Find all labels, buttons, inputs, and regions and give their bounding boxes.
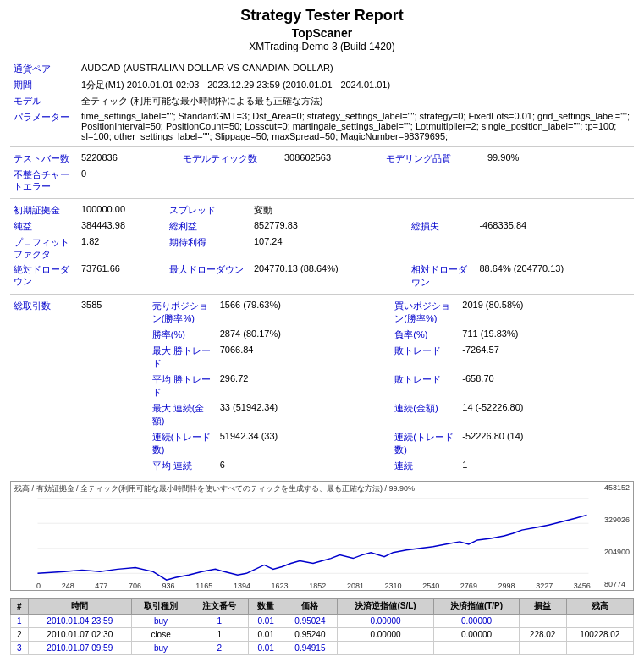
- spread-label: スプレッド: [166, 202, 250, 218]
- x-label-10: 2310: [385, 582, 402, 590]
- win-rate-value: 2874 (80.17%): [217, 327, 392, 343]
- deposit-value: 100000.00: [78, 202, 166, 218]
- divider-3: [10, 294, 634, 295]
- header-row: # 時間 取引種別 注文番号 数量 価格 決済逆指値(S/L) 決済指値(T/P…: [11, 599, 634, 615]
- td-qty-3: 0.01: [249, 642, 283, 655]
- max-cw-value: 33 (51942.34): [217, 400, 392, 429]
- max-cl-label: 連続(金額): [391, 400, 459, 429]
- x-label-3: 706: [129, 582, 141, 590]
- td-profit-1: [519, 615, 566, 628]
- x-label-5: 1165: [195, 582, 212, 590]
- mismatch-row: 不整合チャートエラー 0: [10, 167, 634, 195]
- sell-value: 1566 (79.63%): [217, 298, 392, 327]
- max-cw-label: 最大 連続(金額): [149, 400, 217, 429]
- trades-table: 総取引数 3585 売りポジション(勝率%) 1566 (79.63%) 買いポ…: [10, 298, 634, 474]
- th-sl: 決済逆指値(S/L): [337, 599, 434, 615]
- td-num-2: 2: [11, 628, 29, 642]
- equity-chart: 残高 / 有効証拠金 / 全ティック(利用可能な最小時間枠を使いすべてのティック…: [10, 481, 634, 591]
- x-label-0: 0: [36, 582, 41, 590]
- th-order: 注文番号: [190, 599, 249, 615]
- model-value: 全ティック (利用可能な最小時間枠による最も正確な方法): [78, 93, 634, 109]
- max-cw2-label: 連続(トレード数): [149, 429, 217, 458]
- td-order-2: 1: [190, 628, 249, 642]
- max-win-label: 最大 勝トレード: [149, 343, 217, 372]
- td-tp-3: [434, 642, 519, 655]
- sell-label: 売りポジション(勝率%): [149, 298, 217, 327]
- th-tp: 決済指値(T/P): [434, 599, 519, 615]
- avg-loss-label: 敗トレード: [391, 372, 459, 400]
- td-qty-1: 0.01: [249, 615, 283, 628]
- td-price-2: 0.95240: [283, 628, 338, 642]
- x-label-1: 248: [62, 582, 74, 590]
- param-value: time_settings_label=""; StandardGMT=3; D…: [78, 109, 634, 143]
- max-loss-label: 敗トレード: [391, 343, 459, 372]
- model-quality-label: モデリング品質: [383, 151, 484, 167]
- th-price: 価格: [283, 599, 338, 615]
- th-balance: 残高: [566, 599, 633, 615]
- consec-trades-row: 連続(トレード数) 51942.34 (33) 連続(トレード数) -52226…: [10, 429, 634, 458]
- model-ticks-label: モデルティック数: [179, 151, 281, 167]
- period-row: 期間 1分足(M1) 2010.01.01 02:03 - 2023.12.29…: [10, 77, 634, 93]
- x-label-14: 3227: [536, 582, 553, 590]
- total-label: 総取引数: [10, 298, 78, 327]
- x-label-4: 936: [162, 582, 175, 590]
- bars-label: テストバー数: [10, 151, 78, 167]
- deposit-row: 初期証拠金 100000.00 スプレッド 変動: [10, 202, 634, 218]
- td-balance-3: [566, 642, 633, 655]
- model-row: モデル 全ティック (利用可能な最小時間枠による最も正確な方法): [10, 93, 634, 109]
- pf-value: 1.82: [78, 234, 166, 262]
- avg-win-label: 平均 勝トレード: [149, 372, 217, 400]
- deposit-label: 初期証拠金: [10, 202, 78, 218]
- y-label-2: 329026: [604, 516, 630, 524]
- rel-dd-label: 相対ドローダウン: [408, 262, 476, 290]
- max-trade-row: 最大 勝トレード 7066.84 敗トレード -7264.57: [10, 343, 634, 372]
- loss-rate-label: 負率(%): [391, 327, 459, 343]
- buy-value: 2019 (80.58%): [459, 298, 634, 327]
- model-quality-value: 99.90%: [484, 151, 634, 167]
- gross-profit-label: 総利益: [166, 218, 250, 234]
- chart-x-axis: 0 248 477 706 936 1165 1394 1623 1852 20…: [36, 582, 591, 590]
- y-label-4: 80774: [604, 580, 630, 588]
- ep-label: 期待利得: [166, 234, 250, 262]
- spread-value: 変動: [250, 202, 409, 218]
- avg-trade-row: 平均 勝トレード 296.72 敗トレード -658.70: [10, 372, 634, 400]
- x-label-13: 2998: [498, 582, 515, 590]
- period-value: 1分足(M1) 2010.01.01 02:03 - 2023.12.29 23…: [78, 77, 634, 93]
- avg-loss-value: -658.70: [459, 372, 634, 400]
- th-profit: 損益: [519, 599, 566, 615]
- report-build: XMTrading-Demo 3 (Build 1420): [10, 41, 634, 52]
- total-value: 3585: [78, 298, 149, 327]
- rel-dd-value: 88.64% (204770.13): [476, 262, 634, 290]
- y-label-1: 453152: [604, 483, 630, 492]
- th-num: #: [11, 599, 29, 615]
- gross-loss-label: 総損失: [408, 218, 476, 234]
- td-profit-3: [519, 642, 566, 655]
- divider-1: [10, 146, 634, 147]
- mismatch-value: 0: [78, 167, 179, 195]
- report-title: Strategy Tester Report: [10, 7, 634, 25]
- max-cl2-value: -52226.80 (14): [459, 429, 634, 458]
- consec-amount-row: 最大 連続(金額) 33 (51942.34) 連続(金額) 14 (-5222…: [10, 400, 634, 429]
- chart-label: 残高 / 有効証拠金 / 全ティック(利用可能な最小時間枠を使いすべてのティック…: [14, 483, 415, 494]
- avg-cl-label: 連続: [391, 458, 459, 474]
- model-ticks-value: 308602563: [281, 151, 383, 167]
- td-type-3: buy: [132, 642, 190, 655]
- report-subtitle: TopScaner: [10, 26, 634, 40]
- profit-row: 純益 384443.98 総利益 852779.83 総損失 -468335.8…: [10, 218, 634, 234]
- td-time-3: 2010.01.07 09:59: [28, 642, 131, 655]
- net-profit-value: 384443.98: [78, 218, 166, 234]
- x-label-15: 3456: [574, 582, 591, 590]
- param-label: パラメーター: [10, 109, 78, 143]
- td-time-1: 2010.01.04 23:59: [28, 615, 131, 628]
- trade-row-2: 2 2010.01.07 02:30 close 1 0.01 0.95240 …: [11, 628, 634, 642]
- drawdown-row: 絶対ドローダウン 73761.66 最大ドローダウン 204770.13 (88…: [10, 262, 634, 290]
- bars-value: 5220836: [78, 151, 179, 167]
- model-label: モデル: [10, 93, 78, 109]
- td-order-1: 1: [190, 615, 249, 628]
- pair-row: 通貨ペア AUDCAD (AUSTRALIAN DOLLAR VS CANADI…: [10, 61, 634, 77]
- td-sl-3: [337, 642, 434, 655]
- page-wrapper: Strategy Tester Report TopScaner XMTradi…: [0, 0, 644, 662]
- th-qty: 数量: [249, 599, 283, 615]
- win-rate-label: 勝率(%): [149, 327, 217, 343]
- total-row: 総取引数 3585 売りポジション(勝率%) 1566 (79.63%) 買いポ…: [10, 298, 634, 327]
